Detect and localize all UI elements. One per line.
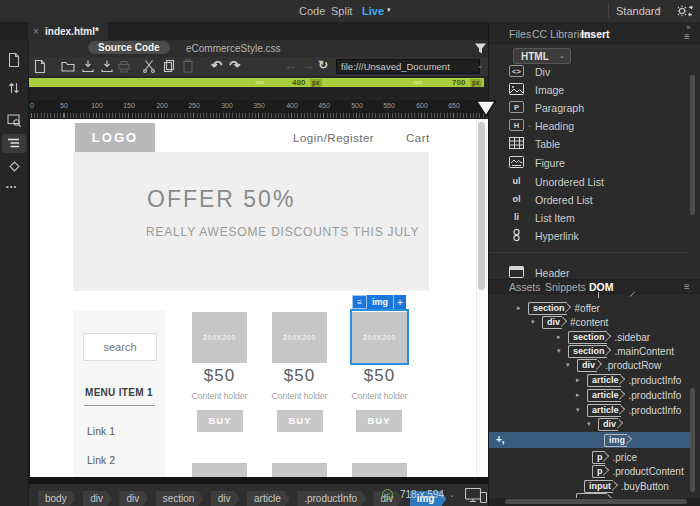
insert-item-heading[interactable]: H ⌄ Heading <box>489 118 687 134</box>
tag-crumb[interactable]: section <box>156 491 204 506</box>
filter-funnel-icon[interactable] <box>474 42 487 55</box>
dom-panel-menu-icon[interactable]: ≡ <box>684 281 690 292</box>
dom-tag[interactable]: section <box>568 345 607 358</box>
viewport-resize-marker[interactable] <box>474 99 498 118</box>
undo-icon[interactable]: ↶ <box>211 59 222 72</box>
address-dropdown-icon[interactable]: ⌄ <box>477 62 483 70</box>
dom-tag[interactable]: p <box>592 465 605 478</box>
dom-row-input-buybutton[interactable]: input .buyButton <box>489 479 689 493</box>
dom-row-section-maincontent[interactable]: ▾ section .mainContent <box>489 344 689 358</box>
buy-button-3[interactable]: BUY <box>356 410 402 432</box>
dom-tag[interactable]: div <box>598 418 618 431</box>
open-file-icon[interactable] <box>61 60 75 72</box>
tag-crumb[interactable]: .productInfo <box>297 491 366 506</box>
dom-tag[interactable]: div <box>542 316 562 329</box>
viewport-size-dropdown-icon[interactable]: ⌄ <box>449 491 455 499</box>
dom-row-article-productinfo-1[interactable]: ▸ article .productInfo <box>489 373 689 387</box>
dom-row-section-offer[interactable]: ▸ section #offer <box>489 301 689 315</box>
chevron-down-icon[interactable]: ▾ <box>557 347 565 355</box>
paste-icon[interactable] <box>181 59 195 73</box>
tab-insert[interactable]: Insert <box>581 28 610 40</box>
page-search-input[interactable] <box>83 333 157 361</box>
tag-crumb[interactable]: div <box>83 491 112 506</box>
dom-row-div-content[interactable]: ▾ div #content <box>489 315 689 329</box>
hud-drag-handle-icon[interactable]: ≡ <box>352 295 367 309</box>
dom-row-article-productinfo-3[interactable]: ▾ article .productInfo <box>489 403 689 417</box>
insert-category-dropdown[interactable]: HTML ⌄ <box>513 48 571 64</box>
related-file-css[interactable]: eCommerceStyle.css <box>186 43 280 54</box>
forward-icon[interactable]: → <box>301 59 314 72</box>
hud-add-icon[interactable]: + <box>393 295 406 309</box>
viewport-size-value[interactable]: 718 x 594 <box>400 489 444 500</box>
dom-tag[interactable]: section <box>568 331 607 344</box>
chevron-right-icon[interactable]: ▸ <box>576 376 584 384</box>
live-dropdown-icon[interactable]: ▾ <box>387 6 391 14</box>
file-manage-icon[interactable] <box>7 52 21 68</box>
dom-row-article-productinfo-2[interactable]: ▸ article .productInfo <box>489 388 689 402</box>
chevron-right-icon[interactable]: ▸ <box>557 333 565 341</box>
page-cart-link[interactable]: Cart <box>406 132 430 144</box>
view-mode-code[interactable]: Code <box>299 5 325 17</box>
dom-tag[interactable]: p <box>592 451 605 464</box>
insert-item-unordered-list[interactable]: ul Unordered List <box>489 174 687 190</box>
live-view-canvas[interactable]: LOGO Login/Register Cart OFFER 50% REALL… <box>30 119 488 477</box>
view-mode-live[interactable]: Live <box>362 5 384 17</box>
canvas-scrollbar-thumb[interactable] <box>478 122 485 290</box>
save-all-icon[interactable] <box>100 59 114 73</box>
address-field[interactable] <box>336 59 480 74</box>
dom-scrollbar-horizontal-thumb[interactable] <box>505 499 687 504</box>
dom-row-p-productcontent[interactable]: p .productContent <box>489 464 689 478</box>
dom-panel-toggle-active[interactable] <box>2 134 26 153</box>
insert-item-image[interactable]: Image <box>489 82 687 98</box>
dom-tag[interactable]: img <box>604 434 627 447</box>
dom-row-div-productrow[interactable]: ▾ div .productRow <box>489 358 689 372</box>
related-file-source-code[interactable]: Source Code <box>88 41 170 54</box>
workspace-selector[interactable]: Standard <box>616 5 661 17</box>
chevron-down-icon[interactable]: ▾ <box>576 406 584 414</box>
buy-button-2[interactable]: BUY <box>277 410 323 432</box>
heading-dropdown-icon[interactable]: ⌄ <box>527 121 532 128</box>
new-document-icon[interactable] <box>33 59 47 74</box>
dom-tag[interactable]: input <box>584 480 613 493</box>
element-display-hud[interactable]: ≡ img + <box>352 295 406 309</box>
chevron-down-icon[interactable]: ▾ <box>531 318 539 326</box>
live-inspect-icon[interactable] <box>7 113 22 128</box>
insert-item-figure[interactable]: Figure <box>489 155 687 171</box>
insert-item-div[interactable]: <> Div <box>489 64 687 80</box>
dom-tag[interactable]: div <box>577 359 597 372</box>
print-icon[interactable] <box>117 60 131 73</box>
chevron-right-icon[interactable]: ▸ <box>517 304 525 312</box>
copy-icon[interactable] <box>162 59 176 73</box>
redo-icon[interactable]: ↷ <box>229 59 240 72</box>
dom-row-img-selected[interactable]: img <box>489 433 689 447</box>
chevron-down-icon[interactable]: ▾ <box>566 361 574 369</box>
document-tab-title[interactable]: index.html* <box>45 26 99 37</box>
tab-files[interactable]: Files <box>509 28 531 40</box>
chevron-down-icon[interactable]: ▾ <box>587 420 595 428</box>
page-logo[interactable]: LOGO <box>75 123 155 152</box>
sync-settings-gear-icon[interactable] <box>676 4 694 18</box>
page-login-link[interactable]: Login/Register <box>293 132 374 144</box>
dom-tag[interactable]: article <box>587 389 621 402</box>
refresh-icon[interactable]: ↻ <box>318 59 328 72</box>
more-options-dots-icon[interactable]: ••• <box>6 182 17 191</box>
save-icon[interactable] <box>81 59 95 73</box>
buy-button-1[interactable]: BUY <box>197 410 243 432</box>
workspace-dropdown-icon[interactable]: ▾ <box>657 6 661 14</box>
media-query-diamond-icon[interactable] <box>7 159 22 174</box>
file-sync-arrows-icon[interactable] <box>7 80 21 96</box>
size-marker-480[interactable]: 480 <box>292 78 305 87</box>
chevron-right-icon[interactable]: ▸ <box>576 391 584 399</box>
dom-row-p-price[interactable]: p .price <box>489 450 689 464</box>
dom-tag[interactable]: article <box>587 374 621 387</box>
document-tab[interactable]: × index.html* <box>28 22 108 40</box>
tag-crumb[interactable]: body <box>38 491 76 506</box>
close-tab-icon[interactable]: × <box>33 26 39 37</box>
dom-row-section-sidebar[interactable]: ▸ section .sidebar <box>489 330 689 344</box>
insert-item-hyperlink[interactable]: Hyperlink <box>489 228 687 244</box>
dom-row-div[interactable]: ▾ div <box>489 417 689 431</box>
insert-item-list-item[interactable]: li List Item <box>489 210 687 226</box>
hud-element-tag[interactable]: img <box>367 295 393 309</box>
insert-item-table[interactable]: Table <box>489 136 687 152</box>
tag-crumb[interactable]: div <box>119 491 148 506</box>
